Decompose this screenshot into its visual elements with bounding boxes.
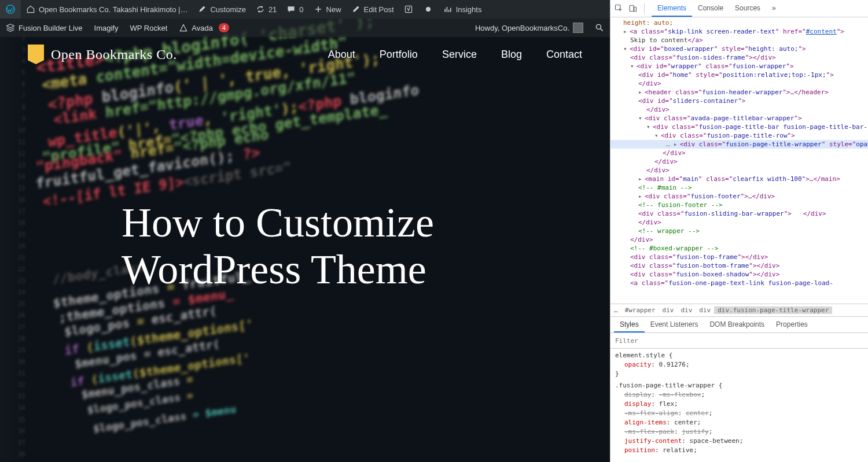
subtab-styles[interactable]: Styles — [614, 317, 645, 332]
site-switcher[interactable]: Open Bookmarks Co. Takashi Hirakimoto |… — [21, 0, 192, 19]
nav-service[interactable]: Service — [442, 49, 477, 61]
refresh-icon — [255, 4, 266, 14]
devtools-toolbar: Elements Console Sources » 13 ⋮ ✕ — [610, 0, 868, 17]
avada-link[interactable]: Avada4 — [173, 19, 235, 37]
device-toggle-icon[interactable] — [628, 4, 637, 13]
site-header: Open Bookmarks Co. About Portfolio Servi… — [0, 37, 610, 72]
avatar-icon — [573, 23, 583, 33]
plus-icon — [313, 4, 323, 14]
primary-nav: About Portfolio Service Blog Contact — [328, 49, 582, 61]
yoast-link[interactable] — [399, 0, 418, 19]
page-preview: for(let i=1;i<41;i++)document.write('<sp… — [0, 0, 610, 462]
bookmark-icon — [28, 45, 44, 64]
nav-portfolio[interactable]: Portfolio — [380, 49, 418, 61]
dom-breadcrumbs[interactable]: … #wrapper div div div div.fusion-page-t… — [610, 304, 868, 316]
tab-more[interactable]: » — [766, 0, 782, 17]
fusion-builder-link[interactable]: Fusion Builder Live — [0, 19, 89, 37]
nav-contact[interactable]: Contact — [546, 49, 582, 61]
inspect-icon[interactable] — [614, 4, 623, 13]
styles-filterbar: :hov .cls ＋ — [610, 332, 868, 349]
tab-elements[interactable]: Elements — [652, 0, 692, 17]
svg-rect-1 — [405, 6, 411, 12]
circle-icon — [423, 4, 433, 14]
pencil-icon — [351, 4, 361, 14]
subtab-properties[interactable]: Properties — [770, 317, 814, 332]
avada-icon — [179, 23, 188, 32]
updates-link[interactable]: 21 — [251, 0, 281, 19]
subtab-listeners[interactable]: Event Listeners — [645, 317, 704, 332]
styles-pane[interactable]: element.style { opacity: 0.91276; } 0084… — [610, 349, 868, 462]
edit-post-link[interactable]: Edit Post — [346, 0, 399, 19]
subtab-dom-bp[interactable]: DOM Breakpoints — [704, 317, 770, 332]
site-title: Open Bookmarks Co. Takashi Hirakimoto |… — [39, 5, 187, 14]
home-icon — [25, 4, 36, 14]
tab-console[interactable]: Console — [692, 0, 729, 17]
styles-filter-input[interactable] — [613, 335, 868, 347]
fusion-icon — [6, 23, 15, 32]
wprocket-link[interactable]: WP Rocket — [124, 19, 173, 37]
devtools-tabs: Elements Console Sources » — [652, 0, 782, 17]
avada-badge: 4 — [219, 23, 229, 32]
insights-link[interactable]: Insights — [438, 0, 487, 19]
perf-dot[interactable] — [418, 0, 438, 19]
search-toggle[interactable] — [589, 19, 610, 37]
comment-icon — [286, 4, 296, 14]
svg-point-2 — [426, 7, 431, 12]
selected-dom-node[interactable]: …▸<div class="fusion-page-title-wrapper"… — [610, 140, 868, 149]
devtools-panel: Elements Console Sources » 13 ⋮ ✕ height… — [610, 0, 868, 462]
styles-subtabs: Styles Event Listeners DOM Breakpoints P… — [610, 316, 868, 332]
svg-rect-5 — [630, 5, 634, 12]
brand-name: Open Bookmarks Co. — [51, 47, 177, 62]
customize-link[interactable]: Customize — [192, 0, 250, 19]
howdy-user[interactable]: Howdy, OpenBookmarksCo. — [469, 19, 589, 37]
wp-logo-icon[interactable] — [0, 0, 21, 19]
nav-about[interactable]: About — [328, 49, 355, 61]
yoast-icon — [403, 4, 414, 14]
wp-admin-subbar: Fusion Builder Live Imagify WP Rocket Av… — [0, 19, 610, 37]
search-icon — [595, 23, 604, 32]
svg-rect-6 — [634, 7, 636, 12]
brush-icon — [197, 4, 207, 14]
page-title: How to Customize WordPress Theme — [122, 199, 434, 293]
imagify-link[interactable]: Imagify — [89, 19, 124, 37]
svg-point-3 — [596, 24, 601, 29]
site-logo[interactable]: Open Bookmarks Co. — [28, 45, 177, 64]
comments-link[interactable]: 0 — [281, 0, 308, 19]
tab-sources[interactable]: Sources — [729, 0, 766, 17]
chart-icon — [443, 4, 453, 14]
dom-tree[interactable]: height: auto; ▸<a class="skip-link scree… — [610, 17, 868, 304]
new-link[interactable]: New — [308, 0, 346, 19]
wp-admin-bar: Open Bookmarks Co. Takashi Hirakimoto |…… — [0, 0, 610, 19]
nav-blog[interactable]: Blog — [501, 49, 522, 61]
